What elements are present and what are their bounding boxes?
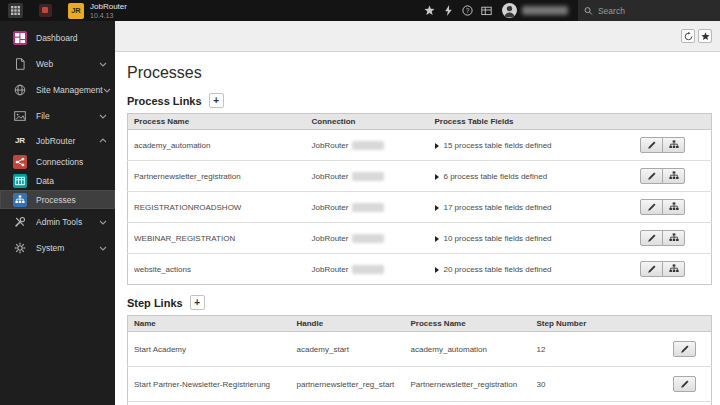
- table-fields-button[interactable]: [662, 199, 685, 215]
- actions-cell: [639, 332, 712, 367]
- column-header: Connection: [306, 114, 429, 130]
- bookmark-button[interactable]: [698, 29, 712, 43]
- table-fields-button[interactable]: [662, 261, 685, 277]
- edit-button[interactable]: [673, 341, 696, 357]
- actions-cell: [628, 254, 712, 285]
- table-row: academy_automation JobRouter 15 process …: [128, 130, 712, 161]
- pencil-icon: [647, 233, 657, 243]
- module-grid-button[interactable]: [0, 0, 30, 21]
- process-links-table: Process Name Connection Process Table Fi…: [127, 113, 712, 285]
- sidebar-item-jobrouter[interactable]: JR JobRouter: [0, 129, 115, 152]
- connection-cell: JobRouter: [306, 192, 429, 223]
- sitemap-icon: [669, 202, 679, 212]
- sitemap-icon: [669, 171, 679, 181]
- chevron-down-icon: [103, 88, 111, 93]
- red-app-button[interactable]: [30, 0, 60, 21]
- sitemap-icon: [669, 264, 679, 274]
- globe-icon: [12, 84, 28, 96]
- page-title: Processes: [127, 64, 711, 82]
- panel-layout-button[interactable]: [477, 0, 496, 21]
- fields-cell: 17 process table fields defined: [429, 192, 628, 223]
- sidebar-item-label: Web: [36, 59, 53, 69]
- sidebar-item-data[interactable]: Data: [0, 171, 115, 190]
- table-row: Start Academy academy_start academy_auto…: [128, 332, 712, 367]
- sidebar-item-label: Data: [36, 176, 54, 186]
- table-row: website_actions JobRouter 20 process tab…: [128, 254, 712, 285]
- chevron-down-icon: [99, 246, 107, 251]
- favorites-button[interactable]: [420, 0, 439, 21]
- sidebar-item-system[interactable]: System: [0, 235, 115, 261]
- refresh-icon: [684, 32, 693, 41]
- table-header-row: Name Handle Process Name Step Number: [128, 316, 712, 332]
- sidebar-item-label: Site Management: [36, 85, 103, 95]
- processes-sitemap-icon: [13, 193, 27, 207]
- expander-icon[interactable]: [435, 174, 439, 180]
- edit-button[interactable]: [640, 261, 663, 277]
- column-header: Step Number: [531, 316, 639, 332]
- sidebar-item-web[interactable]: Web: [0, 51, 115, 77]
- process-links-header: Process Links +: [127, 93, 711, 108]
- search-input[interactable]: [598, 6, 714, 16]
- connection-cell: JobRouter: [306, 161, 429, 192]
- table-fields-button[interactable]: [662, 230, 685, 246]
- table-row: Partnernewsletter_registration JobRouter…: [128, 161, 712, 192]
- fields-cell: 6 process table fields defined: [429, 161, 628, 192]
- chevron-down-icon: [99, 220, 107, 225]
- sidebar-item-site-management[interactable]: Site Management: [0, 77, 115, 103]
- process-name-cell: Partnernewsletter_registration: [405, 367, 531, 402]
- chevron-up-icon: [99, 138, 107, 143]
- expander-icon[interactable]: [435, 267, 439, 273]
- edit-button[interactable]: [640, 168, 663, 184]
- user-name-redacted[interactable]: [522, 6, 568, 15]
- grid-icon: [8, 3, 23, 18]
- edit-button[interactable]: [640, 230, 663, 246]
- jobrouter-logo: JR: [68, 3, 84, 19]
- column-header-actions: [628, 114, 712, 130]
- connection-redacted: [352, 203, 384, 212]
- add-step-link-button[interactable]: +: [190, 295, 205, 310]
- pencil-icon: [680, 379, 690, 389]
- step-name-cell: Start Academy: [128, 332, 291, 367]
- sidebar-item-file[interactable]: File: [0, 103, 115, 129]
- actions-cell: [628, 192, 712, 223]
- connection-redacted: [352, 234, 384, 243]
- pencil-icon: [647, 171, 657, 181]
- step-number-cell: 30: [531, 367, 639, 402]
- table-fields-button[interactable]: [662, 137, 685, 153]
- dashboard-icon: [13, 31, 27, 45]
- star-icon: [701, 32, 710, 41]
- sidebar-item-processes[interactable]: Processes: [0, 190, 115, 209]
- actions-cell: [639, 367, 712, 402]
- quick-actions-button[interactable]: [439, 0, 458, 21]
- actions-cell: [628, 223, 712, 254]
- web-page-icon: [12, 58, 28, 70]
- image-file-icon: [12, 110, 28, 122]
- table-fields-button[interactable]: [662, 168, 685, 184]
- sidebar-item-connections[interactable]: Connections: [0, 152, 115, 171]
- column-header: Name: [128, 316, 291, 332]
- sidebar-item-admin-tools[interactable]: Admin Tools: [0, 209, 115, 235]
- table-row: REGISTRATIONROADSHOW JobRouter 17 proces…: [128, 192, 712, 223]
- help-button[interactable]: ?: [458, 0, 477, 21]
- column-header: Process Table Fields: [429, 114, 628, 130]
- sidebar-item-label: Admin Tools: [36, 217, 82, 227]
- expander-icon[interactable]: [435, 205, 439, 211]
- sidebar-item-dashboard[interactable]: Dashboard: [0, 25, 115, 51]
- table-row: Start Roadshow-Anmeldung roadshow_regist…: [128, 402, 712, 405]
- process-name-cell: academy_automation: [128, 130, 306, 161]
- connection-cell: JobRouter: [306, 223, 429, 254]
- expander-icon[interactable]: [435, 143, 439, 149]
- edit-button[interactable]: [673, 376, 696, 392]
- refresh-button[interactable]: [681, 29, 695, 43]
- add-process-link-button[interactable]: +: [209, 93, 224, 108]
- expander-icon[interactable]: [435, 236, 439, 242]
- edit-button[interactable]: [640, 199, 663, 215]
- edit-button[interactable]: [640, 137, 663, 153]
- pencil-icon: [680, 344, 690, 354]
- content-body: Processes Process Links + Process Name C…: [115, 52, 720, 405]
- brand-block: JobRouter 10.4.13: [90, 3, 127, 19]
- sitemap-icon: [669, 233, 679, 243]
- table-header-row: Process Name Connection Process Table Fi…: [128, 114, 712, 130]
- app-name: JobRouter: [90, 3, 127, 11]
- user-avatar[interactable]: [502, 3, 517, 18]
